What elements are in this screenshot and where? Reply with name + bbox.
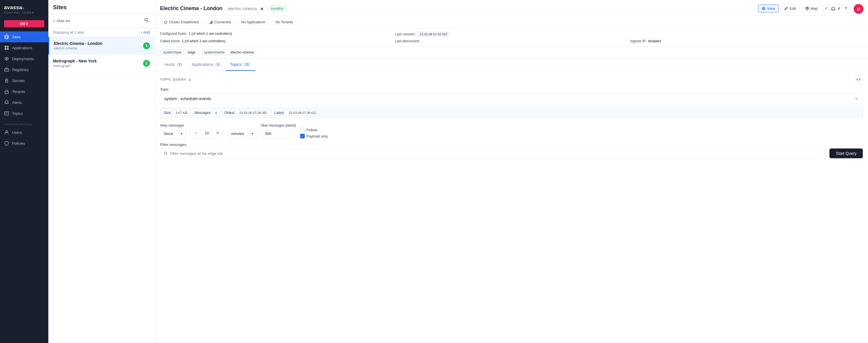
topic-selector[interactable]: system : scheduler-events bbox=[160, 93, 863, 104]
sidebar-item-label-secrets: Secrets bbox=[12, 79, 25, 83]
messages-value: 6 bbox=[213, 110, 220, 115]
stepper-plus-button[interactable]: + bbox=[212, 128, 223, 138]
svg-rect-16 bbox=[5, 112, 9, 115]
sidebar-item-label-sites: Sites bbox=[12, 35, 21, 39]
sidebar-item-label-applications: Applications bbox=[12, 46, 32, 50]
section-header: TOPIC QUERY ▲ bbox=[160, 75, 863, 84]
max-messages-input[interactable] bbox=[261, 129, 290, 138]
configured-hosts-value: 1 (of which 1 are controllers) bbox=[188, 32, 232, 36]
no-applications-pill: No Applications bbox=[238, 19, 269, 26]
edit-label: Edit bbox=[789, 6, 796, 11]
follow-checkbox[interactable] bbox=[300, 127, 305, 132]
topbar-icons: ? U bbox=[828, 4, 863, 14]
view-label: View bbox=[767, 6, 775, 11]
hosts-count: 1 bbox=[177, 62, 183, 66]
svg-point-8 bbox=[6, 58, 7, 60]
sidebar-item-topics[interactable]: Topics bbox=[0, 108, 48, 119]
stepper-minus-button[interactable]: − bbox=[190, 128, 201, 138]
sidebar-item-secrets[interactable]: Secrets bbox=[0, 75, 48, 86]
sidebar-item-registries[interactable]: Registries bbox=[0, 64, 48, 75]
svg-rect-4 bbox=[7, 46, 9, 48]
stepper-group: Since − 10 + bbox=[190, 122, 223, 138]
edit-button[interactable]: Edit bbox=[780, 5, 800, 12]
applications-icon bbox=[4, 45, 9, 50]
ingress-value: disabled bbox=[648, 39, 661, 43]
users-icon bbox=[4, 130, 9, 135]
sidebar-item-label-topics: Topics bbox=[12, 112, 23, 116]
tab-applications[interactable]: Applications 1 bbox=[187, 59, 226, 71]
unit-value: minutes bbox=[227, 129, 248, 138]
sidebar-item-users[interactable]: Users bbox=[0, 127, 48, 138]
oldest-value: 23-03-08 07:38:38Z bbox=[237, 110, 270, 115]
view-messages-select[interactable]: Since ▼ bbox=[160, 129, 186, 138]
displaying-text: Displaying all 2 sites bbox=[53, 31, 84, 34]
chevron-up-icon[interactable]: ▲ bbox=[259, 6, 264, 11]
site-badge-electric: 1 bbox=[143, 42, 150, 49]
oldest-label: Oldest: bbox=[224, 111, 235, 115]
map-button[interactable]: Map bbox=[802, 5, 822, 12]
latest-label: Latest: bbox=[274, 111, 285, 115]
follow-label: Follow bbox=[307, 128, 317, 132]
payload-only-row[interactable]: ✓ Payload only bbox=[300, 134, 328, 138]
topic-value: system : scheduler-events bbox=[164, 96, 211, 101]
cluster-established-pill: Cluster Established bbox=[160, 19, 202, 26]
sidebar-item-label-registries: Registries bbox=[12, 68, 29, 72]
sidebar-item-applications[interactable]: Applications bbox=[0, 42, 48, 53]
tab-topics[interactable]: Topics 11 bbox=[226, 59, 255, 71]
filter-row: Start Query bbox=[160, 149, 863, 158]
view-messages-group: View messages Since ▼ bbox=[160, 123, 186, 138]
logo-area: avassa« CONTROL TOWER bbox=[0, 0, 48, 17]
logo-subtitle: CONTROL TOWER bbox=[4, 11, 44, 14]
sidebar-item-label-users: Users bbox=[12, 130, 22, 135]
svg-rect-27 bbox=[210, 23, 211, 24]
topics-count: 11 bbox=[243, 62, 251, 66]
view-button[interactable]: View bbox=[758, 5, 779, 12]
unit-group: unit minutes ▼ bbox=[227, 123, 257, 138]
hide-list-button[interactable]: « Hide list bbox=[53, 19, 70, 23]
unit-arrow[interactable]: ▼ bbox=[248, 129, 257, 138]
site-slug-electric: electric-cinema bbox=[54, 46, 102, 50]
svg-rect-28 bbox=[211, 22, 211, 24]
sidebar-item-alerts[interactable]: Alerts bbox=[0, 97, 48, 108]
checkboxes-group: opts Follow ✓ Payload only bbox=[300, 122, 328, 138]
called-home-label: Called home: bbox=[160, 39, 181, 43]
add-site-button[interactable]: + Add bbox=[140, 30, 150, 34]
last-connect-label: Last connect: bbox=[395, 32, 415, 36]
user-avatar[interactable]: U bbox=[854, 4, 863, 14]
checkbox-group: Follow ✓ Payload only bbox=[300, 127, 328, 138]
sidebar-nav: Sites Applications Deployments Registrie… bbox=[0, 30, 48, 343]
site-slug-metrograph: metrograph bbox=[53, 64, 97, 68]
detail-panel: Electric Cinema - London , electric-cine… bbox=[155, 0, 868, 343]
last-connect-value: 23-03-08 07:42:45Z bbox=[417, 32, 450, 37]
search-button[interactable] bbox=[143, 17, 150, 25]
svg-point-23 bbox=[763, 8, 765, 9]
notification-button[interactable] bbox=[828, 4, 838, 14]
sidebar-item-sites[interactable]: Sites bbox=[0, 31, 48, 42]
start-query-button[interactable]: Start Query bbox=[830, 149, 863, 158]
called-home-value: 1 (of which 1 are controllers) bbox=[182, 39, 225, 43]
view-messages-arrow[interactable]: ▼ bbox=[177, 129, 186, 138]
svg-rect-6 bbox=[7, 48, 9, 50]
topic-meta: Size: 3.67 KiB Messages: 6 Oldest: 23-03… bbox=[160, 107, 863, 118]
sidebar-item-label-deployments: Deployments bbox=[12, 57, 34, 61]
sidebar-item-policies[interactable]: Policies bbox=[0, 138, 48, 149]
tab-hosts[interactable]: Hosts 1 bbox=[160, 59, 187, 71]
help-button[interactable]: ? bbox=[841, 4, 851, 14]
secrets-icon bbox=[4, 78, 9, 83]
sidebar-item-deployments[interactable]: Deployments bbox=[0, 53, 48, 64]
tenants-icon bbox=[4, 89, 9, 94]
site-item-metrograph[interactable]: Metrograph - New York metrograph 1 bbox=[48, 55, 155, 72]
sites-toolbar: « Hide list bbox=[48, 14, 155, 28]
logo-text: avassa« bbox=[4, 5, 44, 11]
section-code-button[interactable] bbox=[854, 75, 863, 84]
env-badge[interactable]: DEV bbox=[4, 20, 44, 27]
payload-only-checkbox[interactable]: ✓ bbox=[300, 134, 305, 138]
sidebar-item-tenants[interactable]: Tenants bbox=[0, 86, 48, 97]
filter-input[interactable] bbox=[170, 151, 823, 156]
site-name-electric: Electric Cinema - London bbox=[54, 41, 102, 46]
site-item-electric-cinema[interactable]: Electric Cinema - London electric-cinema… bbox=[48, 37, 155, 55]
svg-point-31 bbox=[164, 152, 167, 154]
unit-selector[interactable]: minutes ▼ bbox=[227, 129, 257, 138]
time-stepper: − 10 + bbox=[190, 127, 223, 138]
follow-row[interactable]: Follow bbox=[300, 127, 328, 132]
